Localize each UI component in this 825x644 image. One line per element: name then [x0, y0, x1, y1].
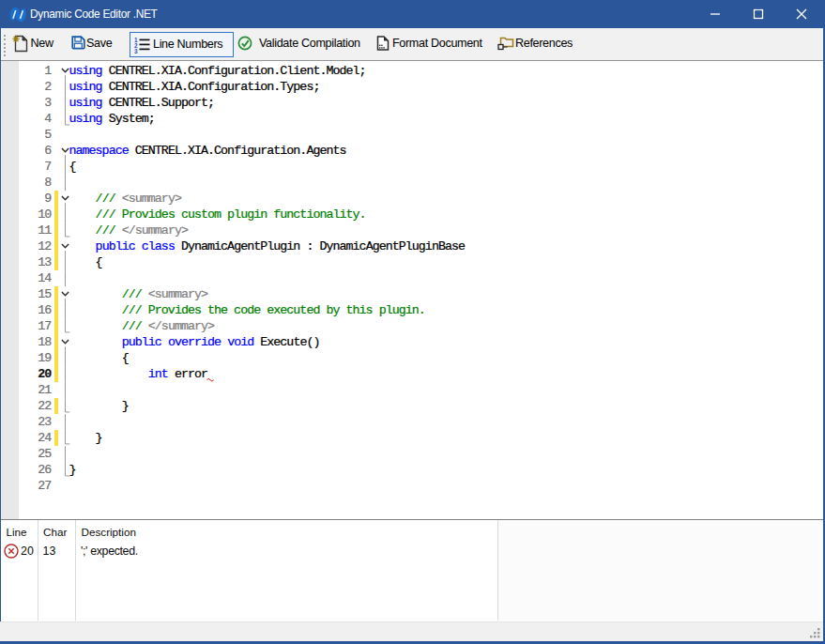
svg-text:3: 3 [134, 48, 138, 54]
